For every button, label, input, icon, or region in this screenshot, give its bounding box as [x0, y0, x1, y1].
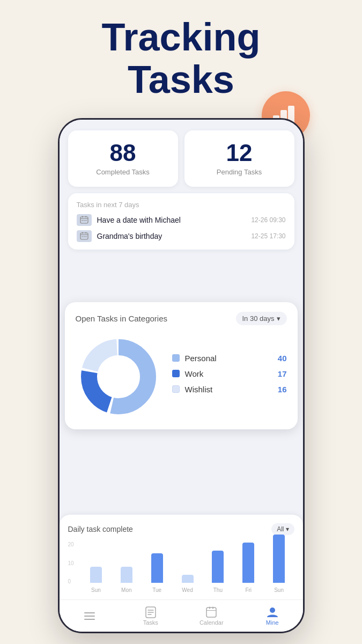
svg-rect-28 [206, 608, 216, 617]
chevron-down-icon: ▾ [277, 314, 280, 323]
bar-group: Mon [111, 567, 142, 593]
legend: Personal 40 Work 17 Wishlist 16 [172, 354, 287, 400]
svg-rect-5 [82, 216, 83, 218]
svg-rect-13 [85, 232, 86, 234]
calendar-icon-2 [77, 230, 92, 242]
work-dot [172, 370, 180, 377]
categories-filter-btn[interactable]: In 30 days ▾ [236, 312, 287, 325]
svg-rect-16 [85, 236, 87, 237]
bar-chart: SunMonTueWedThuFriSun [81, 541, 294, 595]
personal-value: 40 [278, 354, 287, 363]
bar [242, 543, 254, 583]
wishlist-value: 16 [278, 385, 287, 394]
bar [121, 567, 132, 583]
bar [273, 535, 285, 583]
nav-mine[interactable]: Mine [242, 603, 303, 629]
work-label: Work [185, 369, 278, 378]
svg-rect-31 [212, 606, 213, 609]
upcoming-card: Tasks in next 7 days Have a [68, 193, 294, 250]
bar-day-label: Fri [245, 587, 252, 593]
bottom-nav: Tasks Calendar [60, 599, 303, 632]
bar-day-label: Thu [213, 587, 223, 593]
daily-card: Daily task complete All ▾ 20 10 0 SunMon… [60, 515, 303, 599]
task-name-1: Have a date with Michael [97, 216, 252, 224]
personal-label: Personal [185, 354, 278, 363]
bar-day-label: Sun [91, 587, 101, 593]
bar-group: Tue [142, 553, 172, 593]
svg-rect-14 [82, 236, 83, 237]
bar-day-label: Sun [274, 587, 284, 593]
daily-filter-label: All [277, 525, 284, 533]
y-label-20: 20 [68, 541, 74, 547]
bar [182, 575, 194, 583]
categories-title: Open Tasks in Categories [76, 314, 167, 323]
task-item-1[interactable]: Have a date with Michael 12-26 09:30 [77, 214, 286, 226]
hero-line1: Tracking [101, 16, 260, 58]
calendar-icon-1 [77, 214, 92, 226]
task-name-2: Grandma's birthday [97, 232, 252, 240]
task-date-2: 12-25 17:30 [251, 232, 285, 240]
legend-personal: Personal 40 [172, 354, 287, 363]
svg-rect-15 [83, 236, 85, 237]
phone-wrapper: 88 Completed Tasks 12 Pending Tasks Task… [58, 118, 305, 633]
pending-tasks-card: 12 Pending Tasks [184, 130, 294, 187]
donut-chart [76, 334, 161, 420]
work-value: 17 [278, 369, 287, 378]
upcoming-title: Tasks in next 7 days [77, 201, 286, 209]
completed-tasks-card: 88 Completed Tasks [68, 130, 178, 187]
daily-title: Daily task complete [68, 525, 133, 533]
svg-point-32 [270, 608, 275, 613]
nav-tasks[interactable]: Tasks [120, 603, 181, 629]
calendar-nav-icon [205, 606, 217, 618]
categories-card: Open Tasks in Categories In 30 days ▾ [65, 302, 298, 429]
phone: 88 Completed Tasks 12 Pending Tasks Task… [58, 118, 305, 633]
stats-row: 88 Completed Tasks 12 Pending Tasks [68, 130, 294, 187]
nav-tasks-label: Tasks [143, 619, 158, 626]
svg-rect-6 [85, 216, 86, 218]
bar-day-label: Wed [182, 587, 193, 593]
y-axis: 20 10 0 [68, 541, 74, 584]
y-label-0: 0 [68, 579, 74, 584]
completed-number: 88 [77, 141, 169, 165]
svg-rect-30 [209, 606, 210, 609]
tasks-icon [145, 606, 157, 618]
menu-icon [84, 610, 95, 622]
nav-mine-label: Mine [266, 619, 279, 626]
filter-label: In 30 days [242, 314, 275, 323]
chevron-down-icon-2: ▾ [286, 525, 289, 533]
nav-calendar[interactable]: Calendar [181, 603, 242, 629]
daily-filter-btn[interactable]: All ▾ [271, 523, 294, 535]
bar [212, 551, 224, 583]
wishlist-label: Wishlist [185, 385, 278, 394]
bar-group: Thu [203, 551, 233, 593]
wishlist-dot [172, 385, 180, 393]
bar [90, 567, 102, 583]
bar [151, 553, 163, 583]
task-date-1: 12-26 09:30 [251, 216, 285, 224]
nav-menu[interactable] [60, 607, 121, 625]
bar-day-label: Mon [121, 587, 131, 593]
hero-line2: Tasks [128, 58, 234, 101]
bar-group: Fri [233, 543, 264, 593]
y-label-10: 10 [68, 560, 74, 566]
bar-group: Wed [172, 575, 203, 593]
task-item-2[interactable]: Grandma's birthday 12-25 17:30 [77, 230, 286, 242]
pending-number: 12 [193, 141, 286, 165]
bar-chart-wrapper: 20 10 0 SunMonTueWedThuFriSun [68, 541, 294, 595]
legend-wishlist: Wishlist 16 [172, 385, 287, 394]
svg-rect-7 [82, 220, 83, 221]
hero-title: Tracking Tasks [0, 0, 362, 101]
phone-screen: 88 Completed Tasks 12 Pending Tasks Task… [60, 120, 303, 632]
personal-dot [172, 354, 180, 362]
completed-label: Completed Tasks [77, 168, 169, 176]
nav-calendar-label: Calendar [200, 619, 224, 626]
legend-work: Work 17 [172, 369, 287, 378]
bar-group: Sun [81, 567, 112, 593]
bar-group: Sun [264, 535, 294, 593]
categories-header: Open Tasks in Categories In 30 days ▾ [76, 312, 287, 325]
pending-label: Pending Tasks [193, 168, 286, 176]
svg-rect-12 [82, 232, 83, 234]
chart-area: Personal 40 Work 17 Wishlist 16 [76, 334, 287, 420]
svg-rect-9 [85, 220, 87, 221]
svg-point-20 [98, 356, 139, 397]
